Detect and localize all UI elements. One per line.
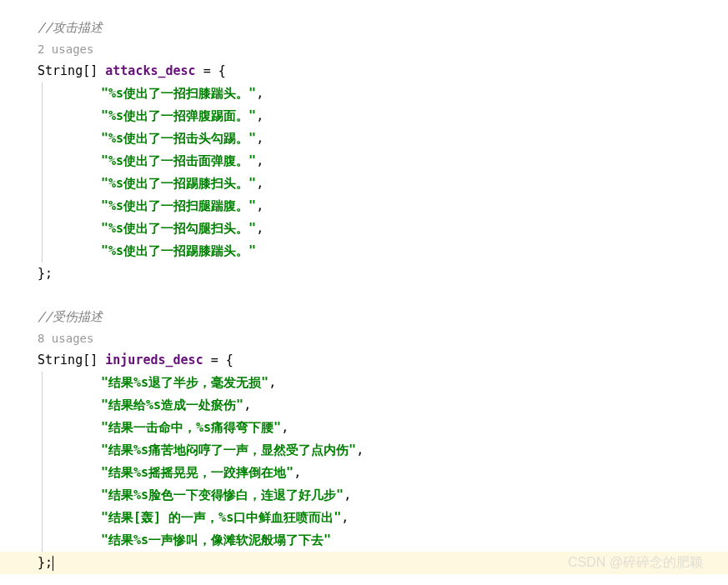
comma: , [294,465,301,480]
string-literal: "%s使出了一招踢膝踹头。" [101,243,256,258]
array-item: "%s使出了一招扫膝踹头。", [42,82,690,105]
close-brace-1: }; [38,262,690,285]
string-literal: "结果给%s造成一处瘀伤" [101,398,244,412]
type-keyword: String[] [38,352,105,368]
comma: , [256,176,264,191]
comma: , [256,86,264,101]
equals-brace: = { [203,352,233,368]
string-literal: "%s使出了一招踢膝扫头。" [101,176,256,191]
comment-text: 受伤描述 [53,309,103,324]
type-keyword: String[] [38,63,105,78]
usages-1: 2 usages [38,39,690,60]
array-item: "%s使出了一招踢膝扫头。", [42,172,690,195]
string-literal: "结果%s脸色一下变得惨白，连退了好几步" [101,488,344,502]
comment-prefix: // [38,309,53,324]
string-literal: "%s使出了一招扫膝踹头。" [101,86,256,101]
string-literal: "结果[轰] 的一声，%s口中鲜血狂喷而出" [101,510,341,525]
array-item: "结果%s脸色一下变得惨白，连退了好几步", [42,484,690,507]
string-literal: "%s使出了一招勾腿扫头。" [101,221,256,236]
comment-line-1: //攻击描述 [38,17,690,39]
array-item: "%s使出了一招勾腿扫头。", [42,218,690,240]
variable-name: attacks_desc [105,63,195,78]
variable-name: injureds_desc [105,352,203,368]
comma: , [269,375,276,390]
declaration-1: String[] attacks_desc = { [38,60,690,82]
comment-prefix: // [38,20,53,35]
string-literal: "%s使出了一招击头勾踢。" [101,131,256,146]
usages-2: 8 usages [38,328,690,349]
string-literal: "结果%s痛苦地闷哼了一声，显然受了点内伤" [101,442,356,458]
array-item: "%s使出了一招弹腹踢面。", [42,105,690,128]
comma: , [256,153,264,168]
watermark: CSDN @碎碎念的肥颖 [568,551,703,575]
comma: , [341,510,349,525]
array-item: "%s使出了一招扫腿踹腹。", [42,195,690,218]
array-item: "结果给%s造成一处瘀伤", [42,394,690,417]
array-item: "%s使出了一招击面弹腹。", [42,150,690,172]
comment-text: 攻击描述 [53,20,103,35]
comma: , [356,442,364,458]
string-literal: "%s使出了一招弹腹踢面。" [101,108,256,123]
array-item: "结果%s一声惨叫，像滩软泥般塌了下去" [42,529,690,552]
declaration-2: String[] injureds_desc = { [38,349,690,372]
comma: , [281,420,289,435]
array-item: "%s使出了一招击头勾踢。", [42,128,690,150]
comment-line-2: //受伤描述 [38,306,690,328]
array-item: "%s使出了一招踢膝踹头。" [42,240,690,262]
comma: , [256,108,264,123]
array-item: "结果%s退了半步，毫发无损", [42,372,690,394]
comma: , [256,221,264,236]
comma: , [244,398,251,412]
equals-brace: = { [196,63,226,78]
string-literal: "%s使出了一招击面弹腹。" [101,153,256,168]
comma: , [256,198,264,213]
string-literal: "结果%s退了半步，毫发无损" [101,375,269,390]
text-cursor [53,556,53,571]
array-item: "结果一击命中，%s痛得弯下腰", [42,417,690,439]
array-item: "结果%s痛苦地闷哼了一声，显然受了点内伤", [42,439,690,462]
array-item: "结果%s摇摇晃晃，一跤摔倒在地", [42,462,690,484]
string-literal: "结果%s一声惨叫，像滩软泥般塌了下去" [101,532,331,548]
comma: , [344,488,351,502]
string-literal: "结果%s摇摇晃晃，一跤摔倒在地" [101,465,294,480]
comma: , [256,131,264,146]
array-item: "结果[轰] 的一声，%s口中鲜血狂喷而出", [42,507,690,529]
string-literal: "结果一击命中，%s痛得弯下腰" [101,420,281,435]
string-literal: "%s使出了一招扫腿踹腹。" [101,198,256,213]
